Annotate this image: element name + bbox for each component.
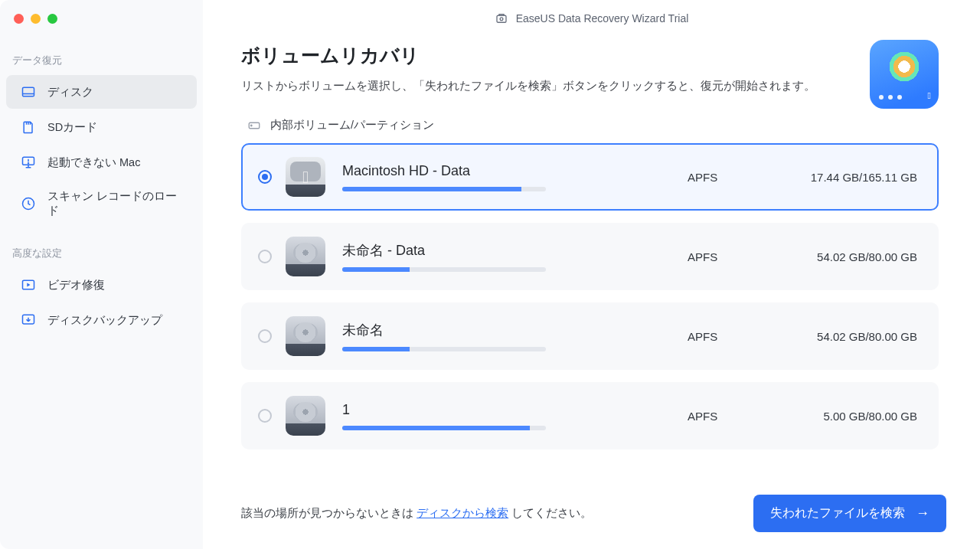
sidebar-item-sdcard[interactable]: SDカード bbox=[6, 110, 197, 144]
sdcard-icon bbox=[20, 119, 37, 136]
history-icon bbox=[20, 195, 37, 212]
volume-filesystem: APFS bbox=[688, 330, 779, 343]
search-from-disk-link[interactable]: ディスクから検索 bbox=[416, 506, 508, 519]
volume-name: 1 bbox=[342, 402, 688, 418]
volume-usage-bar bbox=[342, 187, 546, 191]
disk-backup-icon bbox=[20, 312, 37, 328]
volume-name: Macintosh HD - Data bbox=[342, 163, 688, 179]
volume-usage-bar bbox=[342, 347, 546, 351]
volume-list: Macintosh HD - DataAPFS17.44 GB/165.11 G… bbox=[241, 143, 939, 449]
sidebar: データ復元 ディスク SDカード 起動できない Mac スキャン レコードのロー… bbox=[0, 0, 203, 549]
volume-group-label: 内部ボリューム/パーティション bbox=[270, 118, 434, 132]
zoom-window-button[interactable] bbox=[47, 14, 57, 24]
volume-row[interactable]: 1APFS5.00 GB/80.00 GB bbox=[241, 382, 939, 449]
sidebar-item-unbootable-mac[interactable]: 起動できない Mac bbox=[6, 145, 197, 179]
drive-icon bbox=[286, 316, 325, 356]
close-window-button[interactable] bbox=[14, 14, 24, 24]
sidebar-section-recovery: データ復元 bbox=[0, 47, 203, 74]
sidebar-item-label: ディスクバックアップ bbox=[47, 313, 162, 328]
volume-row[interactable]: 未命名APFS54.02 GB/80.00 GB bbox=[241, 302, 939, 370]
volume-row[interactable]: Macintosh HD - DataAPFS17.44 GB/165.11 G… bbox=[241, 143, 939, 211]
apple-logo-icon:  bbox=[928, 90, 931, 101]
scan-button-label: 失われたファイルを検索 bbox=[770, 505, 905, 521]
footer-prefix: 該当の場所が見つからないときは bbox=[241, 506, 416, 519]
sidebar-item-label: 起動できない Mac bbox=[47, 155, 140, 170]
sidebar-item-scan-record[interactable]: スキャン レコードのロード bbox=[6, 181, 197, 227]
svg-point-17 bbox=[251, 125, 253, 126]
svg-rect-14 bbox=[497, 15, 506, 22]
video-repair-icon bbox=[20, 276, 37, 293]
scan-lost-files-button[interactable]: 失われたファイルを検索 → bbox=[753, 495, 946, 532]
volume-radio[interactable] bbox=[258, 250, 272, 263]
sidebar-item-disk[interactable]: ディスク bbox=[6, 75, 197, 109]
titlebar: EaseUS Data Recovery Wizard Trial bbox=[203, 0, 980, 37]
arrow-right-icon: → bbox=[916, 505, 929, 521]
sidebar-section-advanced: 高度な設定 bbox=[0, 240, 203, 266]
app-title: EaseUS Data Recovery Wizard Trial bbox=[516, 12, 689, 25]
svg-point-15 bbox=[500, 18, 503, 21]
volume-radio[interactable] bbox=[258, 409, 272, 423]
volume-name: 未命名 bbox=[342, 321, 688, 339]
svg-marker-12 bbox=[27, 283, 30, 287]
footer-suffix: してください。 bbox=[508, 506, 592, 519]
volume-size: 54.02 GB/80.00 GB bbox=[779, 330, 917, 343]
svg-point-9 bbox=[28, 163, 29, 164]
sidebar-item-disk-backup[interactable]: ディスクバックアップ bbox=[6, 303, 197, 337]
volume-size: 5.00 GB/80.00 GB bbox=[779, 410, 917, 423]
svg-rect-0 bbox=[23, 87, 34, 96]
drive-icon bbox=[286, 237, 325, 276]
volume-usage-bar bbox=[342, 267, 546, 272]
disk-icon bbox=[20, 83, 37, 100]
volume-radio[interactable] bbox=[258, 170, 272, 184]
sidebar-item-label: ディスク bbox=[47, 85, 93, 100]
footer-hint: 該当の場所が見つからないときは ディスクから検索 してください。 bbox=[241, 506, 592, 521]
minimize-window-button[interactable] bbox=[31, 14, 41, 24]
page-title: ボリュームリカバリ bbox=[241, 43, 870, 68]
volume-filesystem: APFS bbox=[688, 171, 779, 184]
page-description: リストからボリュームを選択し、「失われたファイルを検索」ボタンをクリックすると、… bbox=[241, 79, 870, 93]
volume-usage-bar bbox=[342, 426, 546, 430]
volume-size: 54.02 GB/80.00 GB bbox=[779, 250, 917, 263]
volume-filesystem: APFS bbox=[688, 410, 779, 423]
drive-icon bbox=[286, 157, 325, 197]
volume-row[interactable]: 未命名 - DataAPFS54.02 GB/80.00 GB bbox=[241, 223, 939, 290]
volume-group-header: 内部ボリューム/パーティション bbox=[241, 118, 939, 132]
volume-radio[interactable] bbox=[258, 329, 272, 343]
sidebar-item-label: スキャン レコードのロード bbox=[47, 189, 186, 218]
sidebar-item-label: SDカード bbox=[47, 120, 97, 135]
hero-illustration:  bbox=[870, 40, 939, 109]
volume-name: 未命名 - Data bbox=[342, 241, 688, 260]
volume-size: 17.44 GB/165.11 GB bbox=[779, 171, 917, 184]
internal-drive-icon bbox=[247, 119, 261, 132]
monitor-warning-icon bbox=[20, 154, 37, 171]
sidebar-item-video-repair[interactable]: ビデオ修復 bbox=[6, 268, 197, 302]
app-icon bbox=[495, 11, 508, 25]
window-traffic-lights[interactable] bbox=[14, 14, 57, 24]
volume-filesystem: APFS bbox=[688, 250, 779, 263]
sidebar-item-label: ビデオ修復 bbox=[47, 278, 105, 292]
drive-icon bbox=[286, 396, 325, 436]
